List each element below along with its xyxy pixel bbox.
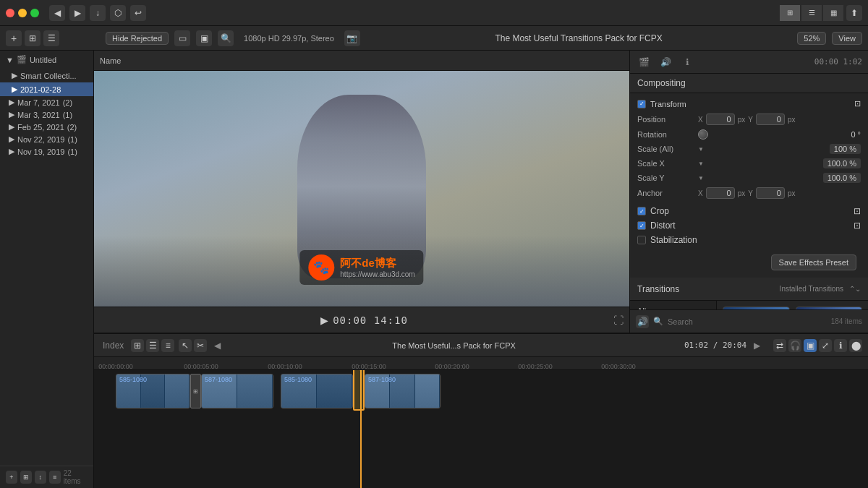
- content-area: Name 🐾 阿不de博客: [94, 51, 868, 488]
- camera-icon[interactable]: 📷: [344, 30, 360, 46]
- library-item[interactable]: ▼ 🎬 Untitled: [0, 51, 93, 69]
- view-menu-btn[interactable]: View: [832, 32, 862, 45]
- timeline-prev-btn[interactable]: ◀: [211, 339, 224, 352]
- date-group-nov22[interactable]: ▶ Nov 22, 2019 (1): [0, 133, 93, 145]
- timeline-grid-btn[interactable]: ⊞: [131, 339, 144, 352]
- position-row: Position X px Y px: [630, 111, 868, 127]
- ruler-time-5: 00:00:25:00: [518, 363, 553, 370]
- ruler-time-3: 00:00:15:00: [352, 363, 386, 370]
- view-toggle: ⊞ ☰ ▦: [780, 5, 843, 21]
- transition-handle-1[interactable]: ⊞: [190, 374, 201, 408]
- clip-view-btn[interactable]: ▣: [196, 30, 212, 46]
- import-btn[interactable]: ↓: [90, 5, 106, 21]
- resolution-label: 1080p HD 29.97p, Stereo: [239, 33, 339, 44]
- distort-row: ✓ Distort ⊡: [630, 218, 868, 233]
- zoom-timeline-btn[interactable]: ⬤: [849, 339, 862, 352]
- right-panel: 🎬 🔊 ℹ 00:00 1:02 Compositing ✓ Transform…: [629, 51, 868, 333]
- date-group-nov19[interactable]: ▶ Nov 19, 2019 (1): [0, 145, 93, 158]
- inspector-audio-btn[interactable]: 🔊: [658, 54, 673, 70]
- clip-587-1080-a[interactable]: 587-1080: [201, 374, 273, 408]
- clip-appearance-btn[interactable]: ▭: [174, 30, 190, 46]
- undo-btn[interactable]: ↩: [130, 5, 146, 21]
- px-label-ay: px: [788, 189, 796, 197]
- count-label: (1): [67, 135, 77, 144]
- date-group-feb25[interactable]: ▶ Feb 25, 2021 (2): [0, 121, 93, 133]
- filter-item-btn[interactable]: ⊞: [20, 471, 32, 484]
- distort-checkbox[interactable]: ✓: [637, 221, 646, 230]
- compositing-label: Compositing: [637, 78, 686, 88]
- px-label-ax: px: [738, 189, 746, 197]
- date-group-item[interactable]: ▶ 2021-02-28: [0, 82, 93, 96]
- clip-info-btn[interactable]: ℹ: [834, 339, 847, 352]
- share-btn[interactable]: ⬡: [110, 5, 126, 21]
- index-btn[interactable]: Index: [100, 339, 127, 352]
- clip-label-4: 587-1080: [368, 376, 396, 383]
- inspector-video-btn[interactable]: 🎬: [636, 54, 652, 70]
- minimize-btn[interactable]: [18, 9, 27, 17]
- zoom-level-btn[interactable]: 52%: [797, 32, 826, 45]
- play-button[interactable]: ▶: [315, 312, 333, 329]
- smart-collections-item[interactable]: ▶ Smart Collecti...: [0, 69, 93, 82]
- options-btn[interactable]: ≡: [49, 471, 61, 484]
- position-x-input[interactable]: [706, 114, 735, 125]
- clip-587-1080-b[interactable]: 587-1080: [365, 374, 441, 408]
- anchor-y-input[interactable]: [756, 187, 785, 199]
- ruler-time-4: 00:00:20:00: [435, 363, 469, 370]
- fullscreen-button[interactable]: ⛶: [613, 314, 624, 326]
- date-group-mar3[interactable]: ▶ Mar 3, 2021 (1): [0, 108, 93, 121]
- date-groups-list: ▶ Mar 7, 2021 (2) ▶ Mar 3, 2021 (1) ▶ Fe…: [0, 96, 93, 226]
- preview-area[interactable]: 🐾 阿不de博客 https://www.abu3d.com: [94, 71, 629, 307]
- active-transition-marker[interactable]: [353, 370, 365, 411]
- date-group-mar7[interactable]: ▶ Mar 7, 2021 (2): [0, 96, 93, 108]
- grid-view-btn[interactable]: ⊞: [780, 5, 800, 21]
- anchor-x-label: X: [698, 189, 703, 197]
- crop-checkbox[interactable]: ✓: [637, 207, 646, 215]
- add-item-btn[interactable]: +: [6, 471, 17, 484]
- share-export-btn[interactable]: ⬆: [846, 5, 862, 21]
- maximize-btn[interactable]: [30, 9, 39, 17]
- transitions-panel-btn[interactable]: ⤢: [819, 339, 832, 352]
- rotation-value: 0 °: [851, 130, 861, 139]
- search-input[interactable]: [668, 317, 827, 326]
- timeline-options-btn[interactable]: ≡: [161, 339, 174, 352]
- ruler-time-6: 00:00:30:00: [601, 363, 636, 370]
- clip-585-1080-b[interactable]: 585-1080: [281, 374, 353, 408]
- cat-all[interactable]: All: [630, 304, 716, 309]
- trim-tool-btn[interactable]: ✂: [194, 339, 207, 352]
- audio-monitor-btn[interactable]: 🎧: [788, 339, 801, 352]
- sync-btn[interactable]: ⇄: [773, 339, 786, 352]
- inspector-info-btn[interactable]: ℹ: [679, 54, 695, 70]
- clip-585-1080-a[interactable]: 585-1080: [116, 374, 190, 408]
- scale-x-row: Scale X ▼ 100.0 %: [630, 156, 868, 171]
- audio-btn[interactable]: 🔊: [636, 315, 649, 328]
- position-label: Position: [637, 115, 695, 124]
- save-effects-button[interactable]: Save Effects Preset: [771, 254, 856, 270]
- sort-item-btn[interactable]: ↕: [35, 471, 46, 484]
- transform-header[interactable]: ✓ Transform ⊡: [630, 96, 868, 111]
- close-btn[interactable]: [6, 9, 14, 17]
- list-btn[interactable]: ☰: [43, 30, 59, 46]
- stabilization-checkbox[interactable]: [637, 236, 646, 244]
- grid-btn[interactable]: ⊞: [25, 30, 41, 46]
- list-view-btn[interactable]: ☰: [801, 5, 822, 21]
- position-y-input[interactable]: [756, 114, 785, 125]
- transform-checkbox[interactable]: ✓: [637, 100, 646, 108]
- inspector-timecode-display: 00:00 1:02: [814, 57, 862, 67]
- filmstrip-view-btn[interactable]: ▦: [823, 5, 843, 21]
- timeline-next-btn[interactable]: ▶: [751, 339, 763, 352]
- anchor-x-input[interactable]: [706, 187, 735, 199]
- add-library-btn[interactable]: +: [6, 30, 22, 46]
- select-tool-btn[interactable]: ↖: [179, 339, 192, 352]
- timeline-right-btns: ⇄ 🎧 ▣ ⤢ ℹ ⬤: [773, 339, 862, 352]
- transform-label: Transform: [650, 100, 686, 108]
- watermark-logo: 🐾: [308, 254, 334, 281]
- timeline-list-btn[interactable]: ☰: [146, 339, 159, 352]
- forward-btn[interactable]: ▶: [69, 5, 85, 21]
- hide-rejected-btn[interactable]: Hide Rejected: [106, 32, 169, 45]
- search-btn[interactable]: 🔍: [218, 30, 234, 46]
- rotation-knob[interactable]: [698, 129, 708, 140]
- sort-icon[interactable]: ⌃⌄: [849, 285, 861, 293]
- scale-y-row: Scale Y ▼ 100.0 %: [630, 171, 868, 185]
- timeline-blue-btn[interactable]: ▣: [804, 339, 817, 352]
- back-btn[interactable]: ◀: [49, 5, 65, 21]
